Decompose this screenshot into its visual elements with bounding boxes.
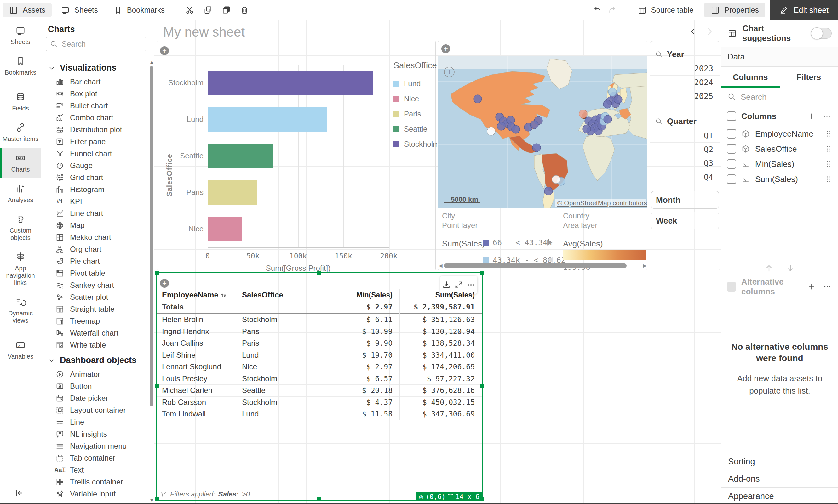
accordion-appearance[interactable]: Appearance bbox=[721, 487, 838, 504]
move-down-icon[interactable] bbox=[785, 263, 796, 273]
table-cell-office[interactable]: Stockholm bbox=[242, 373, 277, 385]
assets-scrollbar[interactable]: ▲ ▼ bbox=[149, 58, 154, 504]
listbox-header[interactable]: Year bbox=[650, 44, 720, 62]
drag-handle-icon[interactable] bbox=[824, 160, 832, 168]
rail-item-variables[interactable]: x= Variables bbox=[0, 335, 41, 365]
map-data-point[interactable] bbox=[552, 175, 560, 183]
sheet-title[interactable]: My new sheet bbox=[163, 24, 245, 40]
topbar-tab-bookmarks[interactable]: Bookmarks bbox=[107, 3, 171, 17]
selection-handle[interactable] bbox=[317, 498, 321, 502]
filter-value-2025[interactable]: 2025 bbox=[650, 89, 720, 103]
asset-item-button[interactable]: Button bbox=[41, 380, 150, 392]
asset-item-bullet-chart[interactable]: Bullet chart bbox=[41, 100, 150, 112]
download-icon[interactable] bbox=[442, 280, 451, 290]
cut-button[interactable] bbox=[183, 3, 196, 17]
table-cell-name[interactable]: Ingrid Hendrix bbox=[162, 325, 209, 338]
asset-item-distribution-plot[interactable]: Distribution plot bbox=[41, 124, 150, 136]
asset-item-org-chart[interactable]: Org chart bbox=[41, 244, 150, 255]
map-data-point[interactable] bbox=[614, 95, 622, 104]
selection-handle[interactable] bbox=[480, 271, 484, 275]
columns-search-input[interactable]: Search bbox=[721, 88, 838, 106]
table-cell-name[interactable]: Louis Presley bbox=[162, 373, 207, 385]
bar-chart-title-placeholder[interactable]: + bbox=[160, 46, 172, 55]
asset-item-pivot-table[interactable]: Pivot table bbox=[41, 267, 150, 279]
column-checkbox[interactable] bbox=[727, 175, 736, 184]
map-data-point[interactable] bbox=[533, 144, 541, 152]
topbar-tab-assets[interactable]: Assets bbox=[2, 3, 52, 17]
listbox-week-collapsed[interactable]: Week bbox=[651, 212, 719, 230]
asset-item-layout-container[interactable]: Layout container bbox=[41, 404, 150, 416]
map-data-point[interactable] bbox=[530, 121, 538, 129]
map-data-point[interactable] bbox=[579, 110, 587, 118]
table-cell-min[interactable]: $ 11.58 bbox=[318, 408, 392, 420]
table-cell-sum[interactable]: $ 130,120.94 bbox=[400, 325, 475, 338]
table-cell-name[interactable]: Lennart Skoglund bbox=[162, 361, 221, 373]
asset-item-tab-container[interactable]: Tab container bbox=[41, 452, 150, 464]
collapse-panel-button[interactable] bbox=[14, 488, 27, 500]
move-up-icon[interactable] bbox=[764, 263, 774, 273]
table-cell-sum[interactable]: $ 97,227.32 bbox=[400, 373, 475, 385]
legend-item[interactable]: Lund bbox=[394, 79, 439, 88]
rail-item-analyses[interactable]: Analyses bbox=[0, 178, 41, 209]
tab-filters[interactable]: Filters bbox=[780, 67, 838, 88]
scroll-right-icon[interactable]: ▶ bbox=[643, 263, 646, 269]
asset-item-histogram[interactable]: Histogram bbox=[41, 183, 150, 196]
paste-button[interactable] bbox=[219, 3, 233, 17]
table-title-placeholder[interactable]: + bbox=[160, 279, 172, 288]
table-cell-name[interactable]: Tom Lindwall bbox=[162, 408, 206, 420]
alternative-columns-more-button[interactable] bbox=[822, 282, 833, 292]
column-item-Sum(Sales)[interactable]: Sum(Sales) bbox=[721, 172, 838, 187]
asset-item-date-picker[interactable]: Date picker bbox=[41, 392, 150, 404]
scroll-left-icon[interactable]: ◀ bbox=[439, 263, 443, 269]
asset-item-map[interactable]: Map bbox=[41, 219, 150, 231]
asset-item-combo-chart[interactable]: Combo chart bbox=[41, 112, 150, 124]
asset-item-mekko-chart[interactable]: Mekko chart bbox=[41, 231, 150, 244]
table-cell-office[interactable]: Stockholm bbox=[242, 313, 277, 325]
asset-item-box-plot[interactable]: Box plot bbox=[41, 88, 150, 100]
table-cell-min[interactable]: $ 2.97 bbox=[318, 361, 392, 373]
columns-select-all-checkbox[interactable] bbox=[727, 111, 736, 121]
table-cell-office[interactable]: Paris bbox=[242, 325, 259, 338]
table-cell-min[interactable]: $ 19.70 bbox=[318, 349, 392, 361]
bar-stockholm[interactable] bbox=[208, 71, 373, 95]
table-cell-name[interactable]: Helen Brolin bbox=[162, 313, 203, 325]
asset-item-kpi[interactable]: #1 KPI bbox=[41, 196, 150, 208]
bar-chart-object[interactable]: + 050k100k150k200kStockholmLundSeattlePa… bbox=[157, 41, 436, 270]
table-cell-office[interactable]: Paris bbox=[242, 337, 259, 349]
selection-handle[interactable] bbox=[480, 498, 484, 502]
previous-sheet-button[interactable] bbox=[686, 24, 700, 38]
table-cell-sum[interactable]: $ 138,528.34 bbox=[400, 337, 475, 349]
rail-item-bookmarks[interactable]: Bookmarks bbox=[0, 51, 41, 81]
legend-item[interactable]: Seattle bbox=[394, 125, 439, 133]
rail-item-sheets[interactable]: Sheets bbox=[0, 20, 41, 51]
filter-value-Q1[interactable]: Q1 bbox=[650, 129, 720, 143]
world-map[interactable]: i 5000 km © OpenStreetMap contributors bbox=[438, 56, 647, 208]
legend-next-icon[interactable]: ▶ bbox=[547, 238, 553, 247]
column-item-EmployeeName[interactable]: EmployeeName bbox=[721, 126, 838, 141]
table-cell-name[interactable]: Michael Carlen bbox=[162, 384, 212, 396]
data-section-header[interactable]: Data bbox=[721, 47, 838, 67]
straight-table-object-selected[interactable]: + EmployeeName SalesOfficeMin(Sales)Sum(… bbox=[156, 272, 483, 501]
map-data-point[interactable] bbox=[603, 100, 611, 108]
table-cell-office[interactable]: Lund bbox=[242, 408, 259, 420]
map-scrollbar-thumb[interactable] bbox=[444, 264, 627, 268]
columns-more-button[interactable] bbox=[822, 111, 832, 122]
asset-item-treemap[interactable]: Treemap bbox=[41, 315, 150, 327]
selection-handle[interactable] bbox=[155, 498, 159, 502]
asset-item-sankey-chart[interactable]: Sankey chart bbox=[41, 279, 150, 291]
table-column-header-0[interactable]: EmployeeName bbox=[162, 289, 237, 301]
map-data-point[interactable] bbox=[582, 125, 591, 133]
legend-item[interactable]: Nice bbox=[394, 94, 439, 103]
table-cell-name[interactable]: Joan Callins bbox=[162, 337, 203, 349]
table-column-header-2[interactable]: Min(Sales) bbox=[318, 289, 392, 301]
column-item-Min(Sales)[interactable]: Min(Sales) bbox=[721, 157, 838, 172]
asset-item-navigation-menu[interactable]: Navigation menu bbox=[41, 440, 150, 452]
assets-search-input[interactable]: Search bbox=[46, 37, 146, 51]
asset-item-trellis-container[interactable]: Trellis container bbox=[41, 476, 150, 488]
table-cell-sum[interactable]: $ 351,126.63 bbox=[400, 313, 475, 325]
add-column-button[interactable] bbox=[806, 111, 817, 122]
bar-paris[interactable] bbox=[208, 180, 257, 205]
asset-item-straight-table[interactable]: Straight table bbox=[41, 303, 150, 315]
column-item-SalesOffice[interactable]: SalesOffice bbox=[721, 141, 838, 157]
table-cell-min[interactable]: $ 10.99 bbox=[318, 325, 392, 338]
